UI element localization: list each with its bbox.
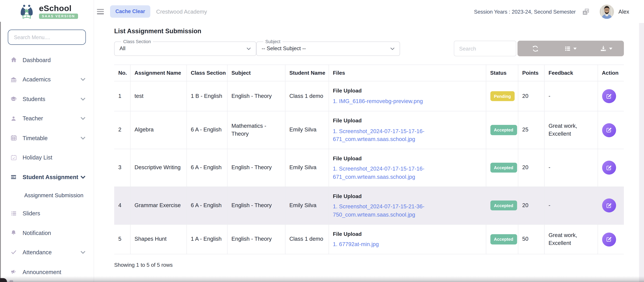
refresh-button[interactable] <box>518 41 553 56</box>
file-upload-label: File Upload <box>333 192 482 200</box>
cell-action <box>598 111 624 149</box>
filters-row: Class Section All Subject -- Select Subj… <box>114 39 624 56</box>
checkmark-icon <box>10 250 17 255</box>
topbar: Cache Clear Crestwood Academy Session Ye… <box>94 0 644 23</box>
edit-submission-button[interactable] <box>602 161 616 175</box>
column-header-student-name: Student Name <box>285 65 328 81</box>
sidebar-search-input[interactable] <box>8 30 86 45</box>
edit-submission-button[interactable] <box>602 198 616 212</box>
sidebar-item-teacher[interactable]: Teacher <box>0 108 94 128</box>
cell-subject: English - Theory <box>227 187 285 224</box>
caret-down-icon <box>574 48 577 50</box>
eschool-logo-icon <box>18 4 36 19</box>
hamburger-menu-icon[interactable] <box>97 9 104 14</box>
sidebar-item-label: Academics <box>23 76 51 82</box>
graduation-cap-icon <box>10 96 17 102</box>
edit-submission-button[interactable] <box>602 89 616 103</box>
cell-assignment-name: Algebra <box>130 111 186 149</box>
export-button[interactable] <box>588 41 624 56</box>
chevron-down-icon <box>80 136 86 140</box>
subject-value: -- Select Subject -- <box>262 45 306 51</box>
column-header-feedback: Feedback <box>544 65 598 81</box>
sidebar-subitem-assignment-submission[interactable]: Assignment Submission <box>0 187 94 204</box>
cell-action <box>598 149 624 187</box>
translate-icon[interactable]: A <box>582 8 590 16</box>
session-years-label: Session Years : 2023-24, Second Semester <box>474 8 576 14</box>
cell-class-section: 6 A - English <box>186 149 227 187</box>
sidebar-item-students[interactable]: Students <box>0 89 94 108</box>
cell-points: 50 <box>518 224 544 254</box>
sidebar-item-label: Sliders <box>23 210 40 216</box>
assignment-list-icon <box>10 174 17 180</box>
class-section-select[interactable]: Class Section All <box>114 39 256 56</box>
sidebar-item-academics[interactable]: Academics <box>0 70 94 89</box>
columns-toggle-button[interactable] <box>553 41 588 56</box>
cell-status: Accepted <box>486 187 518 224</box>
sidebar-item-timetable[interactable]: Timetable <box>0 128 94 148</box>
cell-status: Accepted <box>486 111 518 149</box>
cell-status: Accepted <box>486 149 518 187</box>
sidebar-item-label: Student Assignment <box>23 174 78 180</box>
file-link[interactable]: 1. 67792at-min.jpg <box>333 240 482 248</box>
cell-student-name: Class 1 demo <box>285 224 328 254</box>
sidebar-item-label: Notification <box>23 230 51 236</box>
sidebar-item-label: Timetable <box>23 134 48 141</box>
cell-no: 3 <box>114 149 130 187</box>
sidebar: eSchool SAAS VERSION Dashboard Academics <box>0 0 94 282</box>
column-header-points: Points <box>518 65 544 81</box>
file-upload-label: File Upload <box>333 230 482 238</box>
file-upload-label: File Upload <box>333 117 482 124</box>
file-link[interactable]: 1. IMG_6186-removebg-preview.png <box>333 97 482 105</box>
column-header-subject: Subject <box>227 65 285 81</box>
list-icon <box>10 210 17 216</box>
sidebar-item-announcement[interactable]: Announcement <box>0 262 94 282</box>
cell-files: File Upload 1. IMG_6186-removebg-preview… <box>328 81 486 111</box>
cell-feedback: - <box>544 149 598 187</box>
status-badge: Accepted <box>490 200 517 210</box>
cell-subject: Mathematics - Theory <box>227 111 285 149</box>
user-name: Alex <box>618 8 629 14</box>
left-edge-shadow <box>0 22 1 282</box>
brand-name: eSchool <box>39 4 72 12</box>
sidebar-item-attendance[interactable]: Attendance <box>0 242 94 262</box>
brand-badge: SAAS VERSION <box>39 14 78 19</box>
sidebar-item-sliders[interactable]: Sliders <box>0 204 94 223</box>
file-link[interactable]: 1. Screenshot_2024-07-17-15-17-16-671_co… <box>333 127 482 143</box>
cell-student-name: Emily Silva <box>285 111 328 149</box>
calendar-icon <box>10 134 17 142</box>
file-link[interactable]: 1. Screenshot_2024-07-17-15-17-16-671_co… <box>333 165 482 181</box>
app-window: eSchool SAAS VERSION Dashboard Academics <box>0 0 644 282</box>
edit-submission-button[interactable] <box>602 232 616 246</box>
sidebar-nav: Dashboard Academics Students <box>0 50 94 282</box>
cell-student-name: Class 1 demo <box>285 81 328 111</box>
page-title: List Assignment Submission <box>114 28 624 35</box>
class-section-label: Class Section <box>121 39 153 44</box>
table-row: 4 Grammar Exercise 6 A - English English… <box>114 187 624 224</box>
chevron-down-icon <box>80 97 86 100</box>
user-avatar[interactable] <box>600 4 614 19</box>
sidebar-item-notification[interactable]: Notification <box>0 223 94 242</box>
subject-select[interactable]: Subject -- Select Subject -- <box>256 39 400 56</box>
subject-label: Subject <box>263 39 282 44</box>
sidebar-item-student-assignment[interactable]: Student Assignment <box>0 167 94 187</box>
bell-icon <box>10 229 17 236</box>
table-search-input[interactable] <box>454 41 516 56</box>
chevron-down-icon <box>80 251 86 254</box>
status-badge: Accepted <box>490 125 517 135</box>
column-header-action: Action <box>598 65 624 81</box>
cell-files: File Upload 1. Screenshot_2024-07-17-15-… <box>328 187 486 224</box>
scrollbar-track[interactable] <box>639 23 644 282</box>
chevron-down-icon <box>390 44 395 52</box>
file-link[interactable]: 1. Screenshot_2024-07-17-15-21-36-750_co… <box>333 203 482 218</box>
column-header-class-section: Class Section <box>186 65 227 81</box>
download-icon <box>600 45 606 52</box>
cell-status: Accepted <box>486 224 518 254</box>
cell-no: 4 <box>114 187 130 224</box>
sidebar-item-dashboard[interactable]: Dashboard <box>0 50 94 70</box>
status-badge: Pending <box>490 91 514 101</box>
sidebar-item-holiday-list[interactable]: Holiday List <box>0 148 94 167</box>
cache-clear-button[interactable]: Cache Clear <box>110 5 150 18</box>
edit-submission-button[interactable] <box>602 123 616 137</box>
cell-assignment-name: Grammar Exercise <box>130 187 186 224</box>
table-row: 1 test 1 B - English English - Theory Cl… <box>114 81 624 111</box>
